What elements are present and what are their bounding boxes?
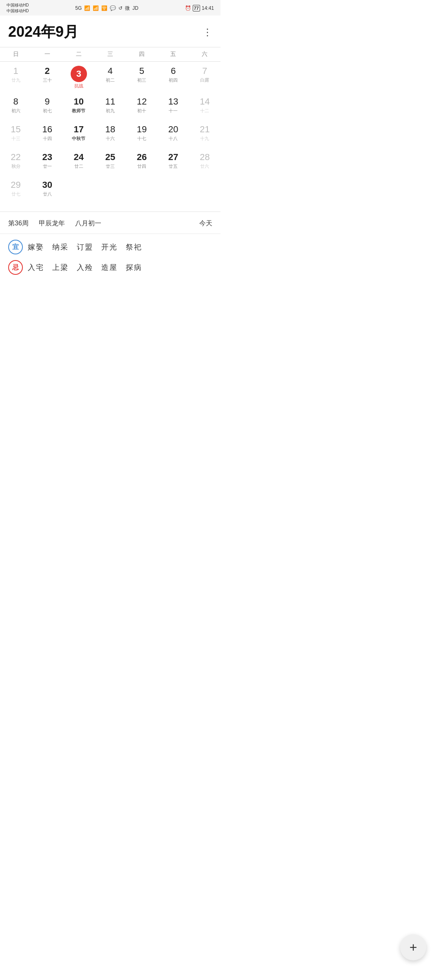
calendar-day[interactable]: 14十二 [189,92,220,120]
yi-items: 嫁娶 纳采 订盟 开光 祭祀 [28,242,142,252]
carrier1: 中国移动HD [7,2,29,8]
calendar-day[interactable]: 21十九 [189,120,220,148]
weekday-label: 日 [0,51,31,58]
day-number: 4 [108,66,113,76]
day-sub: 十八 [169,136,178,142]
calendar-header: 2024年9月 ⋮ [0,16,220,47]
wifi-icon: 📶 [93,5,99,11]
day-number: 23 [42,152,52,163]
calendar-day[interactable]: 24廿二 [63,148,94,176]
day-sub: 廿八 [43,191,52,197]
refresh-icon: ↺ [118,5,122,11]
day-number: 28 [200,152,209,163]
more-button[interactable]: ⋮ [203,27,212,38]
day-sub: 廿六 [200,163,209,169]
msg-icon: 💬 [110,5,116,11]
calendar-day[interactable]: 10教师节 [63,92,94,120]
alarm-icon: ⏰ [185,5,191,11]
time-display: 14:41 [202,5,214,11]
calendar-day[interactable]: 3抗战 [63,62,94,92]
calendar-day[interactable]: 19十七 [126,120,158,148]
calendar-day[interactable]: 1廿九 [0,62,31,92]
day-number: 6 [171,66,176,76]
calendar-day[interactable]: 30廿八 [31,176,63,203]
calendar-day[interactable]: 16十四 [31,120,63,148]
calendar-day[interactable]: 15十三 [0,120,31,148]
calendar-day[interactable]: 29廿七 [0,176,31,203]
calendar-day[interactable]: 12初十 [126,92,158,120]
day-number: 30 [42,180,52,190]
day-number: 29 [11,180,20,190]
day-sub: 初六 [11,108,20,114]
day-sub: 初二 [106,77,115,83]
day-sub: 初四 [169,77,178,83]
calendar-day[interactable]: 6初四 [158,62,189,92]
calendar-day[interactable]: 25廿三 [94,148,126,176]
calendar-day[interactable]: 5初三 [126,62,158,92]
day-sub: 初九 [106,108,115,114]
calendar-day[interactable]: 18十六 [94,120,126,148]
day-number: 21 [200,124,209,135]
day-sub: 初三 [137,77,146,83]
day-number: 12 [137,96,147,107]
calendar-day [94,176,126,203]
day-number: 14 [200,96,209,107]
calendar-day[interactable]: 4初二 [94,62,126,92]
day-sub: 白露 [200,77,209,83]
day-sub: 廿五 [169,163,178,169]
yi-ji-section: 宜 嫁娶 纳采 订盟 开光 祭祀 忌 入宅 上梁 入殓 造屋 探病 [0,234,220,289]
network-icon: 5G [75,5,82,11]
day-number: 11 [105,96,115,107]
day-sub: 抗战 [74,83,83,89]
week-info-row: 第36周 甲辰龙年 八月初一 今天 [8,219,212,228]
wifi2-icon: 🛜 [101,5,107,11]
day-number: 10 [74,96,84,107]
day-number: 9 [45,96,50,107]
today-button[interactable]: 今天 [199,219,212,228]
day-number: 2 [45,66,50,76]
day-sub: 廿一 [43,163,52,169]
calendar-day [63,176,94,203]
calendar-day[interactable]: 27廿五 [158,148,189,176]
jd-label: JD [132,5,138,11]
weekday-label: 五 [158,51,189,58]
ji-items: 入宅 上梁 入殓 造屋 探病 [28,263,142,272]
weekday-label: 二 [63,51,94,58]
calendar-day[interactable]: 20十八 [158,120,189,148]
day-number: 24 [74,152,84,163]
calendar-day[interactable]: 8初六 [0,92,31,120]
status-right: ⏰ 77 14:41 [185,5,214,11]
calendar-day[interactable]: 17中秋节 [63,120,94,148]
calendar-day[interactable]: 9初七 [31,92,63,120]
calendar-day[interactable]: 7白露 [189,62,220,92]
day-number: 20 [168,124,178,135]
status-bar: 中国移动HD 中国移动HD 5G 📶 📶 🛜 💬 ↺ 微 JD ⏰ 77 14:… [0,0,220,16]
day-sub: 十九 [200,136,209,142]
calendar-day[interactable]: 22秋分 [0,148,31,176]
calendar-day[interactable]: 26廿四 [126,148,158,176]
yi-row: 宜 嫁娶 纳采 订盟 开光 祭祀 [8,240,212,254]
calendar-day [189,176,220,203]
day-number: 5 [139,66,144,76]
day-number: 15 [11,124,20,135]
day-number: 19 [137,124,147,135]
weekday-label: 三 [94,51,126,58]
day-sub: 廿二 [74,163,83,169]
day-sub: 三十 [43,77,52,83]
day-sub: 十六 [106,136,115,142]
weekday-label: 四 [126,51,158,58]
month-title: 2024年9月 [8,22,78,42]
day-sub: 廿三 [106,163,115,169]
calendar-day[interactable]: 23廿一 [31,148,63,176]
weekday-label: 六 [189,51,220,58]
calendar-day[interactable]: 28廿六 [189,148,220,176]
wechat-icon: 微 [125,5,130,12]
calendar-day[interactable]: 11初九 [94,92,126,120]
day-sub: 初十 [137,108,146,114]
calendar-day[interactable]: 13十一 [158,92,189,120]
day-number: 17 [74,124,84,135]
carrier2: 中国移动HD [7,8,29,14]
day-sub: 十四 [43,136,52,142]
calendar-day[interactable]: 2三十 [31,62,63,92]
signal-icon: 📶 [84,5,90,11]
